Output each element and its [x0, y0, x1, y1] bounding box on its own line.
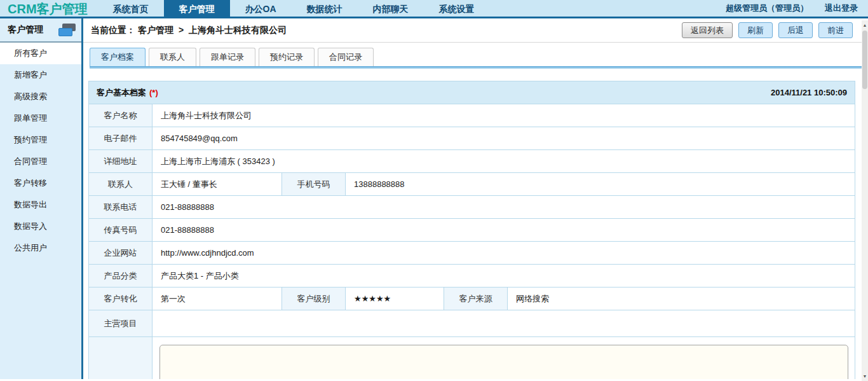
sidebar-title: 客户管理 [8, 24, 43, 36]
customer-basic-file-table: 客户基本档案 (*) 2014/11/21 10:50:09 客户名称 上海角斗… [88, 81, 855, 379]
top-navbar: CRM客户管理 系统首页 客户管理 办公OA 数据统计 内部聊天 系统设置 超级… [0, 0, 868, 18]
table-row: 电子邮件 854745849@qq.com [89, 127, 855, 150]
sidebar-item-contract-mgmt[interactable]: 合同管理 [0, 151, 81, 172]
forward-button[interactable]: 前进 [818, 22, 853, 38]
table-row [89, 337, 855, 380]
table-row: 主营项目 [89, 310, 855, 337]
mobile-value: 13888888888 [346, 173, 855, 196]
breadcrumb-prefix: 当前位置： [91, 25, 135, 35]
sidebar-item-new-customer[interactable]: 新增客户 [0, 64, 81, 86]
email-value: 854745849@qq.com [153, 127, 855, 150]
toolbar: 返回列表 刷新 后退 前进 [682, 22, 853, 38]
tabs-bar: 客户档案 联系人 跟单记录 预约记录 合同记录 [83, 43, 862, 69]
breadcrumb-current: 上海角斗士科技有限公司 [189, 25, 287, 35]
sidebar-item-all-customers[interactable]: 所有客户 [0, 43, 81, 64]
scroll-up-arrow-icon[interactable]: ▲ [862, 20, 868, 30]
sidebar-item-appointment-mgmt[interactable]: 预约管理 [0, 129, 81, 151]
logout-link[interactable]: 退出登录 [825, 3, 858, 14]
main-nav: 系统首页 客户管理 办公OA 数据统计 内部聊天 系统设置 [98, 0, 490, 17]
nav-item-settings[interactable]: 系统设置 [424, 0, 490, 17]
scroll-down-arrow-icon[interactable]: ▼ [862, 371, 868, 381]
conversion-value: 第一次 [153, 287, 282, 310]
field-label: 客户名称 [89, 104, 153, 127]
sidebar-item-followup-mgmt[interactable]: 跟单管理 [0, 107, 81, 129]
form-title: 客户基本档案 [97, 87, 146, 99]
table-row: 联系电话 021-88888888 [89, 196, 855, 219]
field-label: 主营项目 [89, 310, 153, 337]
tab-appointment-records[interactable]: 预约记录 [259, 48, 315, 66]
credit-card-icon [58, 24, 76, 36]
tab-contacts[interactable]: 联系人 [149, 48, 196, 66]
vertical-scrollbar[interactable]: ▲ ▼ [862, 20, 868, 381]
refresh-button[interactable]: 刷新 [738, 22, 773, 38]
product-category-value: 产品大类1 - 产品小类 [153, 265, 855, 287]
field-label: 产品分类 [89, 265, 153, 287]
field-label: 详细地址 [89, 150, 153, 173]
field-label: 客户级别 [282, 287, 346, 310]
required-mark: (*) [149, 88, 158, 97]
field-label: 手机号码 [282, 173, 346, 196]
nav-item-home[interactable]: 系统首页 [98, 0, 164, 17]
breadcrumb-section-link[interactable]: 客户管理 [138, 25, 173, 35]
main-business-value [153, 310, 855, 337]
contact-person-value: 王大锤 / 董事长 [153, 173, 282, 196]
breadcrumb-separator: > [179, 25, 184, 35]
customer-level-stars: ★★★★★ [346, 287, 444, 310]
back-to-list-button[interactable]: 返回列表 [682, 22, 733, 38]
customer-source-value: 网络搜索 [508, 287, 855, 310]
table-row: 客户名称 上海角斗士科技有限公司 [89, 104, 855, 127]
main-area: 当前位置：客户管理 > 上海角斗士科技有限公司 返回列表 刷新 后退 前进 客户… [83, 18, 868, 379]
customer-file-content: 客户基本档案 (*) 2014/11/21 10:50:09 客户名称 上海角斗… [83, 69, 862, 379]
table-row: 产品分类 产品大类1 - 产品小类 [89, 265, 855, 287]
table-row: 详细地址 上海上海市上海浦东 ( 353423 ) [89, 150, 855, 173]
record-timestamp: 2014/11/21 10:50:09 [771, 88, 847, 97]
phone-value: 021-88888888 [153, 196, 855, 219]
field-label: 联系电话 [89, 196, 153, 219]
nav-item-chat[interactable]: 内部聊天 [358, 0, 424, 17]
scrollbar-thumb[interactable] [862, 31, 867, 89]
tab-contract-records[interactable]: 合同记录 [318, 48, 374, 66]
field-label: 客户来源 [444, 287, 508, 310]
sidebar: 客户管理 所有客户 新增客户 高级搜索 跟单管理 预约管理 合同管理 客户转移 … [0, 18, 83, 379]
user-info: 超级管理员（管理员） [726, 3, 808, 14]
website-value: http://www.cdjhndjcd.com [153, 242, 855, 265]
table-row: 传真号码 021-88888888 [89, 219, 855, 242]
customer-name-value: 上海角斗士科技有限公司 [153, 104, 855, 127]
navbar-right: 超级管理员（管理员） 退出登录 [726, 0, 868, 17]
page-layout: 客户管理 所有客户 新增客户 高级搜索 跟单管理 预约管理 合同管理 客户转移 … [0, 18, 868, 379]
field-label: 客户转化 [89, 287, 153, 310]
sidebar-item-data-export[interactable]: 数据导出 [0, 194, 81, 216]
field-label: 电子邮件 [89, 127, 153, 150]
sidebar-header: 客户管理 [0, 18, 81, 43]
table-row: 客户转化 第一次 客户级别 ★★★★★ 客户来源 网络搜索 [89, 287, 855, 310]
nav-item-oa[interactable]: 办公OA [230, 0, 292, 17]
field-label: 企业网站 [89, 242, 153, 265]
sidebar-item-customer-transfer[interactable]: 客户转移 [0, 172, 81, 194]
table-row: 企业网站 http://www.cdjhndjcd.com [89, 242, 855, 265]
back-button[interactable]: 后退 [778, 22, 813, 38]
field-label: 传真号码 [89, 219, 153, 242]
fax-value: 021-88888888 [153, 219, 855, 242]
tab-followup-records[interactable]: 跟单记录 [200, 48, 255, 66]
sidebar-item-public-users[interactable]: 公共用户 [0, 237, 81, 259]
sidebar-item-advanced-search[interactable]: 高级搜索 [0, 86, 81, 107]
notes-textarea[interactable] [159, 345, 848, 379]
nav-item-stats[interactable]: 数据统计 [292, 0, 358, 17]
address-value: 上海上海市上海浦东 ( 353423 ) [153, 150, 855, 173]
table-row: 联系人 王大锤 / 董事长 手机号码 13888888888 [89, 173, 855, 196]
app-logo: CRM客户管理 [0, 0, 98, 17]
breadcrumb-bar: 当前位置：客户管理 > 上海角斗士科技有限公司 返回列表 刷新 后退 前进 [83, 18, 862, 43]
field-label [89, 337, 153, 380]
field-label: 联系人 [89, 173, 153, 196]
nav-item-customers[interactable]: 客户管理 [164, 0, 230, 17]
breadcrumb: 当前位置：客户管理 > 上海角斗士科技有限公司 [91, 25, 289, 36]
sidebar-item-data-import[interactable]: 数据导入 [0, 216, 81, 237]
tab-customer-file[interactable]: 客户档案 [90, 48, 146, 66]
table-header-row: 客户基本档案 (*) 2014/11/21 10:50:09 [89, 81, 855, 104]
